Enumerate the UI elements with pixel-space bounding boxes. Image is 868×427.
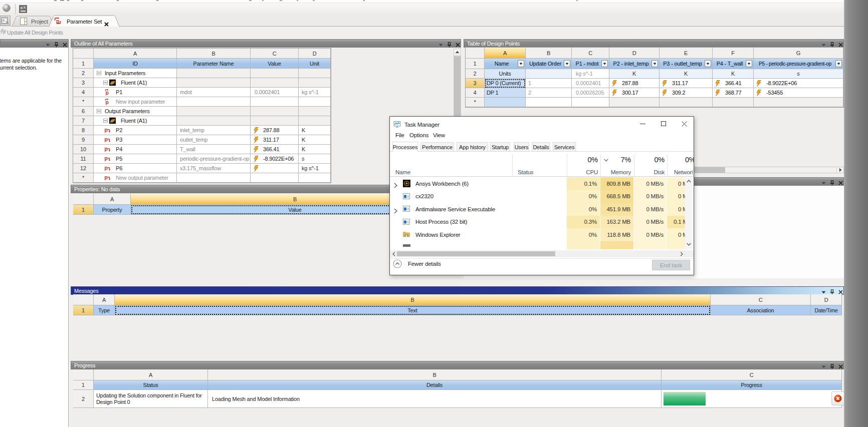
svg-text:p: p — [105, 99, 108, 105]
svg-text:p: p — [105, 156, 108, 162]
svg-text:p: p — [105, 146, 108, 152]
svg-text:p: p — [105, 165, 108, 171]
svg-text:p: p — [105, 175, 108, 181]
svg-text:p: p — [56, 18, 59, 24]
svg-text:p: p — [105, 90, 108, 96]
svg-text:p: p — [105, 127, 108, 133]
svg-text:p: p — [105, 137, 108, 143]
